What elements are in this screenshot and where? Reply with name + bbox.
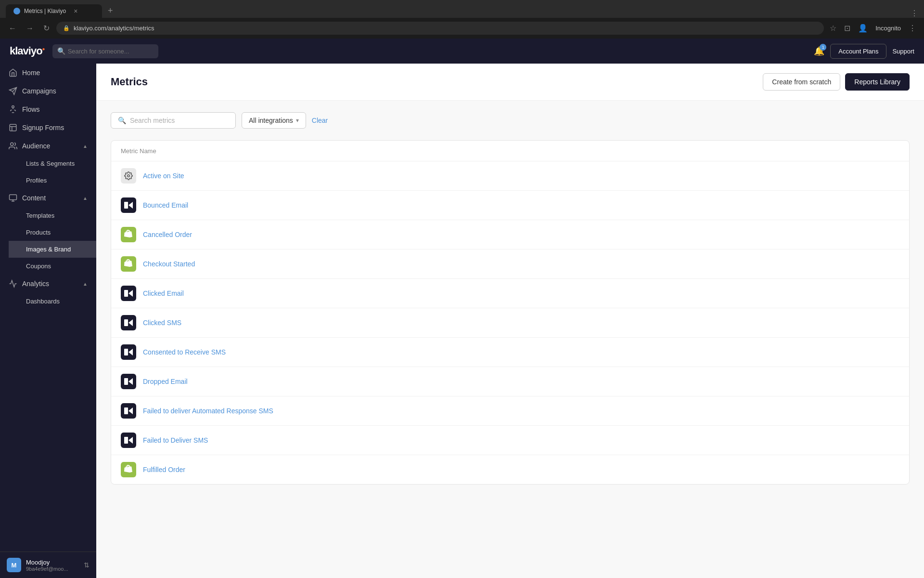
sidebar-item-campaigns[interactable]: Campaigns [0,82,96,100]
metric-name-link[interactable]: Bounced Email [143,201,188,209]
klaviyo-icon [121,197,136,213]
sidebar-section-audience[interactable]: Audience ▲ [0,137,96,155]
refresh-button[interactable]: ↻ [40,22,52,35]
sidebar-item-flows[interactable]: Flows [0,100,96,118]
metric-name-link[interactable]: Consented to Receive SMS [143,348,226,356]
table-row[interactable]: Dropped Email [111,367,909,396]
metric-name-link[interactable]: Failed to deliver Automated Response SMS [143,407,273,415]
metric-name-link[interactable]: Cancelled Order [143,231,192,238]
table-row[interactable]: Cancelled Order [111,220,909,250]
svg-rect-3 [10,195,17,200]
templates-label: Templates [26,212,54,219]
metric-name-link[interactable]: Checkout Started [143,260,195,268]
table-row[interactable]: Failed to deliver Automated Response SMS [111,396,909,426]
svg-point-0 [12,106,14,108]
klaviyo-icon [121,433,136,448]
clear-button[interactable]: Clear [312,117,328,124]
sidebar-campaigns-label: Campaigns [22,87,56,95]
sidebar-section-analytics[interactable]: Analytics ▲ [0,275,96,293]
account-plans-button[interactable]: Account Plans [830,44,886,59]
table-row[interactable]: Fulfilled Order [111,455,909,484]
user-menu[interactable]: M Moodjoy 9ba4e9ef@moo... ⇅ [0,552,96,578]
metric-name-link[interactable]: Failed to Deliver SMS [143,436,208,444]
menu-icon[interactable]: ⋮ [907,22,918,35]
tab-list-icon[interactable]: ⋮ [911,9,918,18]
top-search-input[interactable] [52,44,158,58]
sidebar-item-products[interactable]: Products [9,224,96,241]
flows-icon [9,105,17,114]
svg-rect-7 [124,319,128,326]
notification-badge: 1 [820,44,826,51]
sidebar-item-lists-segments[interactable]: Lists & Segments [9,155,96,172]
table-row[interactable]: Failed to Deliver SMS [111,426,909,455]
url-text: klaviyo.com/analytics/metrics [74,25,154,32]
content-chevron: ▲ [83,196,88,201]
svg-rect-5 [124,202,128,209]
create-from-scratch-button[interactable]: Create from scratch [763,73,840,91]
home-icon [9,68,17,77]
page-title: Metrics [111,76,148,88]
table-header: Metric Name [111,141,909,161]
metric-name-link[interactable]: Clicked SMS [143,319,181,327]
sidebar-item-profiles[interactable]: Profiles [9,172,96,189]
incognito-label: Incognito [873,23,903,34]
user-avatar: M [7,558,21,572]
gear-icon [121,168,136,184]
metric-name-link[interactable]: Fulfilled Order [143,466,185,473]
integrations-dropdown[interactable]: All integrations ▾ [242,112,306,129]
klaviyo-icon [121,286,136,301]
tab-close-button[interactable]: × [74,7,77,15]
sidebar-item-coupons[interactable]: Coupons [9,258,96,275]
sidebar-item-dashboards[interactable]: Dashboards [9,293,96,310]
metric-name-link[interactable]: Clicked Email [143,289,184,297]
address-bar[interactable]: 🔒 klaviyo.com/analytics/metrics [56,22,824,35]
table-row[interactable]: Clicked Email [111,279,909,308]
svg-rect-6 [124,290,128,297]
bookmark-icon[interactable]: ☆ [828,22,838,35]
audience-section-left: Audience [9,142,50,150]
sidebar-home-label: Home [22,69,40,77]
analytics-icon [9,279,17,288]
analytics-label: Analytics [22,280,49,288]
sidebar-section-content[interactable]: Content ▲ [0,189,96,207]
metric-search-input[interactable] [130,117,229,124]
analytics-submenu: Dashboards [0,293,96,310]
table-row[interactable]: Clicked SMS [111,308,909,338]
content-body: 🔍 All integrations ▾ Clear Metric Name [96,101,924,496]
content-icon [9,194,17,202]
tab-title: Metrics | Klaviyo [24,8,66,14]
new-tab-button[interactable]: + [104,4,117,18]
analytics-chevron: ▲ [83,281,88,287]
metric-name-link[interactable]: Dropped Email [143,378,188,385]
back-button[interactable]: ← [6,22,19,35]
user-menu-chevron: ⇅ [84,561,90,569]
sidebar-item-images-brand[interactable]: Images & Brand [9,241,96,258]
integrations-label: All integrations [249,117,293,124]
content-submenu: Templates Products Images & Brand Coupon… [0,207,96,275]
support-button[interactable]: Support [892,48,914,55]
notification-button[interactable]: 🔔 1 [814,46,824,56]
table-row[interactable]: Consented to Receive SMS [111,338,909,367]
sidebar-item-home[interactable]: Home [0,64,96,82]
table-row[interactable]: Bounced Email [111,191,909,220]
metric-name-link[interactable]: Active on Site [143,172,184,180]
images-brand-label: Images & Brand [26,246,71,253]
table-row[interactable]: Active on Site [111,161,909,191]
content-label: Content [22,194,46,202]
sidebar-item-templates[interactable]: Templates [9,207,96,224]
profile-icon[interactable]: 👤 [856,22,870,35]
signup-forms-icon [9,123,17,132]
user-name: Moodjoy [26,559,79,566]
analytics-section-left: Analytics [9,279,49,288]
active-tab[interactable]: Metrics | Klaviyo × [6,4,102,18]
forward-button[interactable]: → [23,22,37,35]
logo-text: klaviyo [10,45,42,57]
table-row[interactable]: Checkout Started [111,250,909,279]
reports-library-button[interactable]: Reports Library [845,73,910,91]
audience-icon [9,142,17,150]
products-label: Products [26,229,51,236]
extensions-icon[interactable]: ⊡ [842,22,852,35]
sidebar-item-signup-forms[interactable]: Signup Forms [0,118,96,137]
app-logo: klaviyo● [10,45,45,57]
sidebar-flows-label: Flows [22,105,40,113]
